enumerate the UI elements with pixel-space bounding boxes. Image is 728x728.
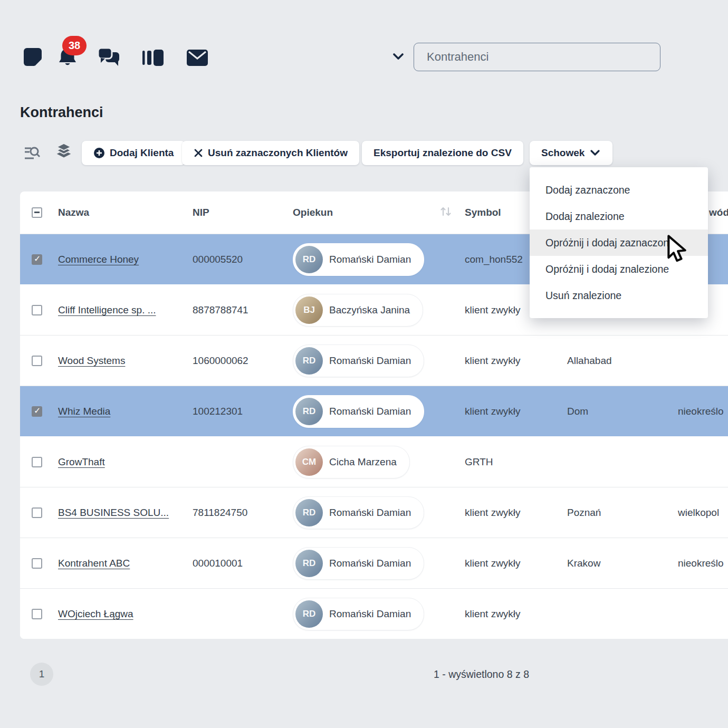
client-name-link[interactable]: Kontrahent ABC	[58, 558, 130, 569]
column-header-nazwa: Nazwa	[58, 207, 89, 218]
notification-badge: 38	[62, 36, 87, 55]
client-name-link[interactable]: BS4 BUSINESS SOLU...	[58, 507, 169, 519]
export-csv-button[interactable]: Eksportuj znalezione do CSV	[362, 141, 523, 165]
row-checkbox[interactable]	[32, 558, 42, 569]
layers-icon[interactable]	[54, 142, 73, 161]
caretaker-chip[interactable]: RDRomański Damian	[293, 243, 424, 276]
search-list-icon[interactable]	[23, 143, 42, 162]
clipboard-button[interactable]: Schowek	[530, 141, 612, 165]
plus-circle-icon	[93, 147, 105, 159]
client-name-link[interactable]: Commerce Honey	[58, 254, 139, 265]
column-header-wojewodztwo-partial: wódz	[709, 207, 728, 218]
cards-icon[interactable]	[141, 46, 165, 70]
avatar: BJ	[295, 296, 323, 324]
caretaker-name: Baczyńska Janina	[329, 304, 410, 316]
caretaker-name: Romański Damian	[329, 406, 411, 417]
add-client-label: Dodaj Klienta	[110, 147, 174, 159]
remove-selected-button[interactable]: Usuń zaznaczonych Klientów	[182, 141, 359, 165]
client-name-link[interactable]: Wood Systems	[58, 355, 125, 367]
pagination-summary: 1 - wyświetlono 8 z 8	[434, 668, 529, 681]
close-icon	[194, 148, 203, 158]
chat-icon[interactable]	[97, 46, 120, 70]
clipboard-menu-item[interactable]: Opróżnij i dodaj zaznaczone	[530, 229, 708, 256]
client-symbol: klient zwykły	[465, 355, 521, 367]
clipboard-label: Schowek	[541, 147, 585, 159]
clipboard-menu-item[interactable]: Dodaj zaznaczone	[530, 177, 708, 203]
caretaker-chip[interactable]: CMCicha Marzena	[293, 446, 410, 478]
page-title: Kontrahenci	[20, 104, 103, 121]
caretaker-chip[interactable]: RDRomański Damian	[293, 598, 424, 630]
caretaker-name: Cicha Marzena	[329, 456, 397, 468]
client-region: wielkopol	[678, 507, 719, 519]
table-row: GrowThaftCMCicha MarzenaGRTH	[20, 437, 728, 487]
row-checkbox[interactable]	[32, 356, 42, 366]
row-checkbox[interactable]	[32, 254, 42, 265]
client-city: Dom	[567, 406, 588, 417]
client-symbol: klient zwykły	[465, 507, 521, 519]
avatar: RD	[295, 246, 323, 273]
caretaker-name: Romański Damian	[329, 254, 411, 265]
caretaker-name: Romański Damian	[329, 355, 411, 367]
client-nip: 000005520	[193, 254, 243, 265]
client-symbol: klient zwykły	[465, 406, 521, 417]
chevron-down-icon	[589, 148, 601, 158]
column-header-opiekun: Opiekun	[293, 207, 333, 218]
client-name-link[interactable]: GrowThaft	[58, 456, 105, 468]
caretaker-chip[interactable]: RDRomański Damian	[293, 344, 424, 377]
export-csv-label: Eksportuj znalezione do CSV	[373, 147, 512, 159]
caretaker-name: Romański Damian	[329, 558, 411, 569]
module-search-input[interactable]	[414, 43, 660, 71]
remove-selected-label: Usuń zaznaczonych Klientów	[208, 147, 348, 159]
client-symbol: klient zwykły	[465, 304, 521, 316]
caretaker-name: Romański Damian	[329, 507, 411, 519]
row-checkbox[interactable]	[32, 305, 42, 315]
pagination-page-1[interactable]: 1	[30, 663, 53, 686]
table-row: WOjciech ŁągwaRDRomański Damianklient zw…	[20, 589, 728, 639]
client-region: nieokreślo	[678, 406, 724, 417]
caretaker-name: Romański Damian	[329, 608, 411, 620]
client-city: Krakow	[567, 558, 600, 569]
caretaker-chip[interactable]: RDRomański Damian	[293, 547, 424, 580]
client-name-link[interactable]: Whiz Media	[58, 406, 110, 417]
avatar: CM	[295, 448, 323, 476]
avatar: RD	[295, 347, 323, 375]
select-all-checkbox[interactable]	[32, 207, 42, 218]
mail-icon[interactable]	[186, 49, 209, 72]
sort-icon[interactable]	[439, 205, 453, 220]
client-nip: 100212301	[193, 406, 243, 417]
client-symbol: GRTH	[465, 456, 493, 468]
client-nip: 8878788741	[193, 304, 248, 316]
row-checkbox[interactable]	[32, 609, 42, 619]
clipboard-menu-item[interactable]: Dodaj znalezione	[530, 203, 708, 229]
client-nip: 7811824750	[193, 507, 247, 519]
client-region: nieokreślo	[678, 558, 724, 569]
avatar: RD	[295, 600, 323, 628]
avatar: RD	[295, 398, 323, 425]
table-row: Whiz Media100212301RDRomański Damianklie…	[20, 386, 728, 437]
client-nip: 1060000062	[193, 355, 248, 367]
add-client-button[interactable]: Dodaj Klienta	[82, 141, 185, 165]
avatar: RD	[295, 550, 323, 577]
caretaker-chip[interactable]: RDRomański Damian	[293, 395, 424, 428]
clipboard-menu-item[interactable]: Usuń znalezione	[530, 282, 708, 309]
clipboard-dropdown-menu: Dodaj zaznaczoneDodaj znalezioneOpróżnij…	[530, 167, 708, 318]
client-symbol: com_hon552	[465, 254, 523, 265]
clipboard-menu-item[interactable]: Opróżnij i dodaj znalezione	[530, 256, 708, 282]
caretaker-chip[interactable]: BJBaczyńska Janina	[293, 294, 423, 327]
row-checkbox[interactable]	[32, 507, 42, 518]
caretaker-chip[interactable]: RDRomański Damian	[293, 496, 424, 529]
table-row: BS4 BUSINESS SOLU...7811824750RDRomański…	[20, 487, 728, 538]
table-row: Wood Systems1060000062RDRomański Damiank…	[20, 336, 728, 386]
client-nip: 000010001	[193, 558, 243, 569]
row-checkbox[interactable]	[32, 406, 42, 417]
client-city: Allahabad	[567, 355, 612, 367]
client-symbol: klient zwykły	[465, 558, 521, 569]
client-name-link[interactable]: Cliff Intelligence sp. ...	[58, 304, 156, 316]
note-icon[interactable]	[21, 45, 44, 69]
row-checkbox[interactable]	[32, 457, 42, 467]
client-symbol: klient zwykły	[465, 608, 521, 620]
client-name-link[interactable]: WOjciech Łągwa	[58, 608, 133, 620]
client-city: Poznań	[567, 507, 601, 519]
table-row: Kontrahent ABC000010001RDRomański Damian…	[20, 538, 728, 589]
chevron-down-icon[interactable]	[390, 50, 406, 64]
